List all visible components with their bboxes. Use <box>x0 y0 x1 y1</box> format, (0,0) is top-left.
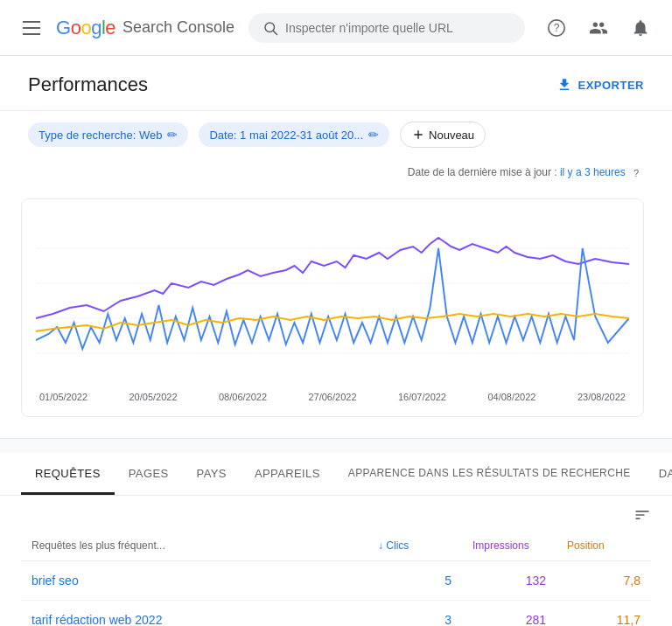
table-header-row: Requêtes les plus fréquent... ↓ Clics Im… <box>21 531 651 561</box>
last-update-prefix: Date de la dernière mise à jour : <box>408 166 557 178</box>
tab-pays[interactable]: PAYS <box>183 453 241 495</box>
tab-appareils[interactable]: APPAREILS <box>241 453 334 495</box>
table-section: Requêtes les plus fréquent... ↓ Clics Im… <box>0 496 672 626</box>
position-cell-2: 11,7 <box>556 601 651 627</box>
clics-cell-1: 5 <box>368 561 462 601</box>
help-icon: ? <box>547 18 566 38</box>
table-body: brief seo 5 132 7,8 tarif rédaction web … <box>21 561 651 627</box>
new-filter-button[interactable]: Nouveau <box>400 122 486 148</box>
last-update-help-button[interactable]: ? <box>628 165 644 181</box>
search-icon <box>262 20 278 36</box>
page-title-bar: Performances EXPORTER <box>0 56 672 111</box>
tab-apparence[interactable]: APPARENCE DANS LES RÉSULTATS DE RECHERCH… <box>334 453 645 495</box>
notifications-button[interactable] <box>623 10 658 45</box>
google-logo: Google <box>56 17 116 39</box>
chart-container: 01/05/2022 20/05/2022 08/06/2022 27/06/2… <box>0 184 672 439</box>
last-update-value: il y a 3 heures <box>560 166 626 178</box>
search-type-filter[interactable]: Type de recherche: Web ✏ <box>28 122 188 147</box>
edit-search-type-icon: ✏ <box>167 128 178 142</box>
search-bar <box>248 13 525 43</box>
chart-wrapper: 01/05/2022 20/05/2022 08/06/2022 27/06/2… <box>21 198 644 417</box>
chart-x-axis: 01/05/2022 20/05/2022 08/06/2022 27/06/2… <box>36 388 629 402</box>
table-filter-button[interactable] <box>634 506 651 524</box>
menu-button[interactable] <box>14 10 49 45</box>
x-label-1: 01/05/2022 <box>39 392 88 402</box>
new-label: Nouveau <box>429 129 474 142</box>
edit-date-icon: ✏ <box>368 128 379 142</box>
filters-bar: Type de recherche: Web ✏ Date: 1 mai 202… <box>0 111 672 158</box>
table-filter-row <box>21 496 651 531</box>
plus-icon <box>411 128 425 142</box>
col-header-impressions: Impressions <box>462 531 556 561</box>
tab-requetes[interactable]: REQUÊTES <box>21 453 115 495</box>
date-label: Date: 1 mai 2022-31 août 20... <box>209 129 363 142</box>
tabs-bar: REQUÊTES PAGES PAYS APPAREILS APPARENCE … <box>0 453 672 496</box>
x-label-3: 08/06/2022 <box>219 392 267 402</box>
account-icon <box>589 18 608 38</box>
header-actions: ? <box>539 10 658 45</box>
clics-cell-2: 3 <box>368 601 462 627</box>
header: Google Search Console ? <box>0 0 672 56</box>
sort-arrow: ↓ <box>378 539 386 552</box>
col-header-query: Requêtes les plus fréquent... <box>21 531 368 561</box>
table-row: tarif rédaction web 2022 3 281 11,7 <box>21 601 651 627</box>
last-update-bar: Date de la dernière mise à jour : il y a… <box>0 158 672 184</box>
export-button[interactable]: EXPORTER <box>556 77 644 93</box>
query-cell-2[interactable]: tarif rédaction web 2022 <box>21 601 368 627</box>
search-input[interactable] <box>285 21 511 35</box>
bell-icon <box>631 18 650 38</box>
col-header-clics: ↓ Clics <box>368 531 462 561</box>
performance-chart <box>36 213 629 388</box>
x-label-6: 04/08/2022 <box>487 392 536 402</box>
query-cell-1[interactable]: brief seo <box>21 561 368 601</box>
position-cell-1: 7,8 <box>556 561 651 601</box>
x-label-4: 27/06/2022 <box>308 392 356 402</box>
header-logo: Google Search Console <box>14 10 234 45</box>
page-title: Performances <box>28 73 148 96</box>
impressions-cell-1: 132 <box>462 561 556 601</box>
download-icon <box>556 77 572 93</box>
tab-pages[interactable]: PAGES <box>115 453 183 495</box>
date-filter[interactable]: Date: 1 mai 2022-31 août 20... ✏ <box>199 122 389 147</box>
product-name: Search Console <box>122 18 234 37</box>
x-label-7: 23/08/2022 <box>578 392 626 402</box>
tabs-section: REQUÊTES PAGES PAYS APPAREILS APPARENCE … <box>0 453 672 626</box>
account-button[interactable] <box>581 10 616 45</box>
x-label-2: 20/05/2022 <box>129 392 177 402</box>
data-table: Requêtes les plus fréquent... ↓ Clics Im… <box>21 531 651 626</box>
svg-text:?: ? <box>554 22 560 34</box>
filter-icon <box>634 506 651 524</box>
col-header-position: Position <box>556 531 651 561</box>
export-label: EXPORTER <box>578 79 644 92</box>
tab-dates[interactable]: DATES <box>645 453 672 495</box>
impressions-cell-2: 281 <box>462 601 556 627</box>
x-label-5: 16/07/2022 <box>398 392 446 402</box>
search-type-label: Type de recherche: Web <box>38 129 162 142</box>
table-row: brief seo 5 132 7,8 <box>21 561 651 601</box>
hamburger-icon <box>23 21 40 35</box>
help-button[interactable]: ? <box>539 10 574 45</box>
svg-line-1 <box>273 31 276 34</box>
